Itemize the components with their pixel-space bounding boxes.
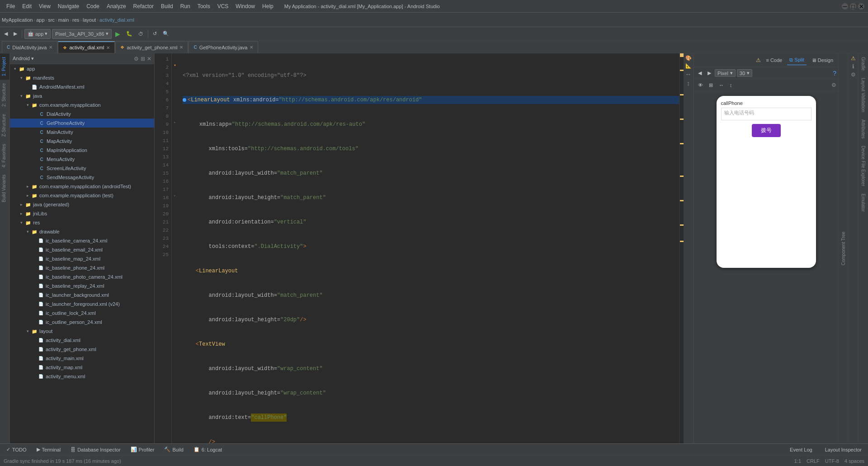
fold-2[interactable]: ▾ — [172, 62, 178, 70]
eye-btn[interactable]: 👁 — [696, 80, 705, 90]
tab-activity-get-phone-xml[interactable]: ❖ activity_get_phone.xml ✕ — [115, 41, 188, 53]
code-line-9[interactable]: <LinearLayout — [183, 267, 679, 275]
tree-launcher-bg-xml[interactable]: 📄 ic_launcher_background.xml — [10, 290, 154, 300]
tree-email-xml[interactable]: 📄 ic_baseline_email_24.xml — [10, 245, 154, 254]
event-log-tab[interactable]: Event Log — [785, 445, 817, 455]
close-button[interactable]: ✕ — [858, 3, 864, 10]
code-view-btn[interactable]: ≡ Code — [764, 55, 784, 65]
tab-get-phone-close[interactable]: ✕ — [179, 45, 183, 50]
tree-java-generated[interactable]: ▸ 📁 java (generated) — [10, 200, 154, 209]
question-icon[interactable]: ? — [833, 70, 836, 77]
tree-activity-get-phone-xml-file[interactable]: 📄 activity_get_phone.xml — [10, 345, 154, 354]
todo-tab[interactable]: ✓ TODO — [2, 445, 31, 455]
menu-analyze[interactable]: Analyze — [104, 2, 129, 10]
menu-navigate[interactable]: Navigate — [55, 2, 82, 10]
z-structure-tab[interactable]: Z-Structure — [0, 110, 9, 140]
tab-activity-dial-xml[interactable]: ❖ activity_dial.xml ✕ — [58, 41, 115, 53]
tree-send-message[interactable]: C SendMessageActivity — [10, 173, 154, 182]
attr-filter-icon[interactable]: ⚙ — [851, 71, 856, 78]
menu-window[interactable]: Window — [233, 2, 258, 10]
filter-icon[interactable]: ⚙ — [831, 82, 836, 88]
code-line-11[interactable]: android:layout_height="20dp"/> — [183, 316, 679, 324]
tree-activity-map-xml[interactable]: 📄 activity_map.xml — [10, 363, 154, 372]
tree-dial-activity[interactable]: C DialActivity — [10, 109, 154, 119]
breadcrumb-src[interactable]: src — [48, 17, 55, 23]
layout-inspector-tab[interactable]: Layout Inspector — [821, 445, 866, 455]
tree-jnilibs[interactable]: ▸ 📁 jniLibs — [10, 209, 154, 218]
tree-main-activity[interactable]: C MainActivity — [10, 128, 154, 137]
device-file-explorer-tab[interactable]: Device File Explorer — [859, 142, 867, 190]
tree-activity-menu-xml[interactable]: 📄 activity_menu.xml — [10, 372, 154, 381]
editor-content[interactable]: 1 2 3 4 5 6 7 8 9 10 11 12 13 14 15 16 1… — [155, 53, 684, 443]
pixel-selector[interactable]: Pixel ▾ — [715, 69, 736, 77]
code-line-7[interactable]: android:orientation="vertical" — [183, 218, 679, 226]
device-dropdown[interactable]: Pixel_3a_API_30_x86 ▾ — [52, 29, 111, 39]
sync-btn[interactable]: ↺ — [151, 29, 159, 39]
menu-view[interactable]: View — [36, 2, 53, 10]
tab-dial-close[interactable]: ✕ — [49, 45, 52, 50]
code-line-2[interactable]: <LinearLayout xmlns:android="http://sche… — [183, 96, 679, 104]
build-tab[interactable]: 🔨 Build — [160, 445, 188, 455]
palette-icon-2[interactable]: 📐 — [685, 63, 692, 69]
favorites-tab[interactable]: 4: Favorites — [0, 140, 9, 171]
code-line-10[interactable]: android:layout_width="match_parent" — [183, 291, 679, 300]
sidebar-close[interactable]: ✕ — [147, 56, 151, 62]
code-line-4[interactable]: xmlns:tools="http://schemas.android.com/… — [183, 145, 679, 153]
tree-res[interactable]: ▾ 📁 res — [10, 218, 154, 227]
tree-screen-life[interactable]: C ScreenLifeActivity — [10, 164, 154, 173]
tree-activity-main-xml[interactable]: 📄 activity_main.xml — [10, 354, 154, 363]
terminal-tab[interactable]: ▶ Terminal — [32, 445, 66, 455]
logcat-tab[interactable]: 📋 6: Logcat — [189, 445, 226, 455]
layout-validation-tab[interactable]: Layout Validation — [859, 74, 867, 116]
tree-map-xml[interactable]: 📄 ic_baseline_map_24.xml — [10, 254, 154, 263]
emulator-tab[interactable]: Emulator — [859, 190, 867, 215]
tree-java[interactable]: ▾ 📁 java — [10, 91, 154, 100]
tree-person-xml[interactable]: 📄 ic_outline_person_24.xml — [10, 318, 154, 327]
tree-map-activity[interactable]: C MapActivity — [10, 137, 154, 146]
tab-get-phone-activity[interactable]: C GetPhoneActivity.java ✕ — [189, 41, 258, 53]
profile-btn[interactable]: ⏱ — [136, 29, 146, 39]
split-view-btn[interactable]: ⧉ Split — [787, 55, 806, 65]
breadcrumb-res[interactable]: res — [72, 17, 79, 23]
design-view-btn[interactable]: 🖥 Design — [809, 55, 835, 65]
code-line-12[interactable]: <TextView — [183, 340, 679, 348]
menu-help[interactable]: Help — [259, 2, 276, 10]
code-line-8[interactable]: tools:context=".DialActivity"> — [183, 243, 679, 251]
code-lines[interactable]: <?xml version="1.0" encoding="utf-8"?> <… — [178, 53, 679, 443]
menu-edit[interactable]: Edit — [19, 2, 34, 10]
code-line-5[interactable]: android:layout_width="match_parent" — [183, 169, 679, 177]
breadcrumb-app[interactable]: app — [36, 17, 44, 23]
tree-android-test[interactable]: ▸ 📁 com.example.myapplication (androidTe… — [10, 182, 154, 191]
sidebar-gear[interactable]: ⚙ — [134, 56, 139, 62]
preview-forward-btn[interactable]: ▶ — [705, 68, 713, 78]
sidebar-expand[interactable]: ⊞ — [141, 56, 145, 62]
code-line-3[interactable]: xmlns:app="http://schemas.android.com/ap… — [183, 120, 679, 128]
code-line-14[interactable]: android:layout_height="wrap_content" — [183, 389, 679, 397]
breadcrumb-main[interactable]: main — [58, 17, 69, 23]
attr-info-icon[interactable]: ℹ — [852, 63, 854, 70]
attributes-vert-tab[interactable]: Attributes — [859, 116, 867, 142]
menu-refactor[interactable]: Refactor — [131, 2, 156, 10]
breadcrumb-layout[interactable]: layout — [83, 17, 96, 23]
api-selector[interactable]: 30 ▾ — [737, 69, 752, 77]
code-editor[interactable]: 1 2 3 4 5 6 7 8 9 10 11 12 13 14 15 16 1… — [155, 53, 684, 443]
grid-btn[interactable]: ⊞ — [707, 80, 715, 90]
palette-icon-4[interactable]: ↕ — [687, 80, 690, 87]
tree-camera-xml[interactable]: 📄 ic_baseline_camera_24.xml — [10, 236, 154, 245]
code-line-6[interactable]: android:layout_height="match_parent" — [183, 194, 679, 202]
breadcrumb-active[interactable]: activity_dial.xml — [99, 17, 134, 23]
database-inspector-tab[interactable]: 🗄 Database Inspector — [66, 445, 125, 455]
minimize-button[interactable]: ─ — [842, 3, 848, 10]
code-line-13[interactable]: android:layout_width="wrap_content" — [183, 365, 679, 373]
tree-menu-activity[interactable]: C MenuActivity — [10, 155, 154, 164]
menu-tools[interactable]: Tools — [195, 2, 213, 10]
menu-build[interactable]: Build — [158, 2, 176, 10]
menu-vcs[interactable]: VCS — [215, 2, 231, 10]
palette-icon-3[interactable]: ↔ — [685, 71, 692, 78]
tree-drawable[interactable]: ▾ 📁 drawable — [10, 227, 154, 236]
tree-get-phone-activity[interactable]: C GetPhoneActivity — [10, 119, 154, 128]
tab-get-phone-activity-close[interactable]: ✕ — [250, 45, 253, 50]
tree-layout-folder[interactable]: ▾ 📁 layout — [10, 327, 154, 336]
menu-code[interactable]: Code — [84, 2, 102, 10]
profiler-tab[interactable]: 📊 Profiler — [126, 445, 159, 455]
